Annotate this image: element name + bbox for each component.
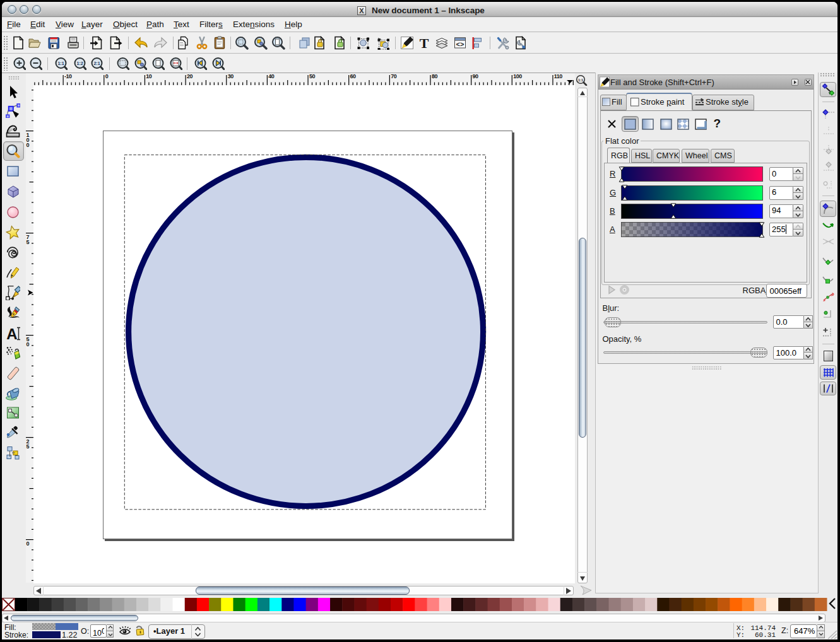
- svg-text:2:1: 2:1: [93, 61, 100, 66]
- svg-text:1:1: 1:1: [57, 61, 64, 66]
- svg-text:1:2: 1:2: [76, 61, 83, 66]
- svg-text:T: T: [420, 36, 429, 50]
- svg-text:A: A: [6, 326, 17, 341]
- svg-text:<>: <>: [456, 40, 464, 47]
- svg-text:1:1: 1:1: [578, 78, 583, 82]
